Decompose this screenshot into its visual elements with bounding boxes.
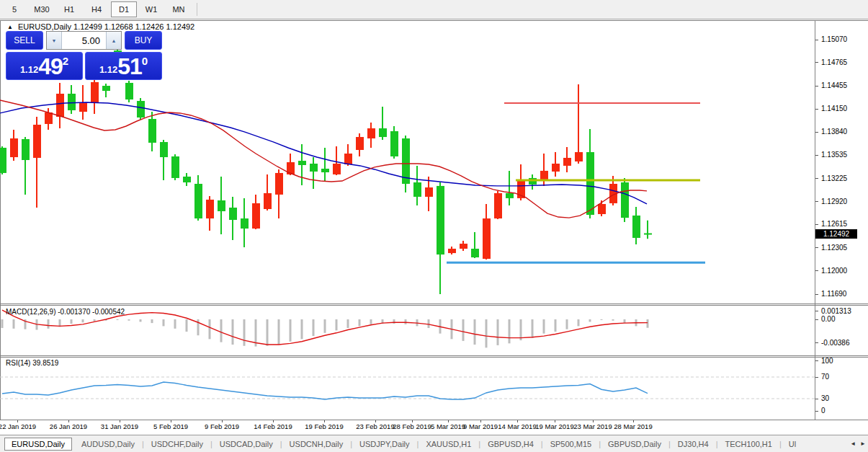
- ask-price-prefix: 1.12: [99, 64, 117, 75]
- price-axis-tick: [815, 86, 818, 87]
- date-axis-label: 31 Jan 2019: [101, 422, 138, 430]
- rsi-axis-tick: [815, 377, 818, 378]
- macd-bar: [509, 319, 511, 343]
- chart-tab-bar: EURUSD,DailyAUDUSD,Daily|USDCHF,Daily|US…: [0, 435, 868, 452]
- macd-bar: [71, 319, 73, 324]
- candle-body: [264, 193, 272, 209]
- candle-body: [56, 94, 64, 117]
- volume-increase-icon[interactable]: ▲: [106, 32, 121, 49]
- chart-tab-gbpusd-h4[interactable]: GBPUSD,H4: [481, 438, 540, 451]
- chart-tab-usdchf-daily[interactable]: USDCHF,Daily: [145, 438, 210, 451]
- macd-axis-label: 0.001313: [821, 307, 851, 315]
- macd-bar: [232, 319, 234, 345]
- macd-bar: [243, 319, 246, 346]
- candle-body: [275, 173, 283, 195]
- candle-body: [506, 193, 514, 198]
- candle-body: [160, 142, 168, 157]
- candle-body: [586, 152, 594, 215]
- candle-body: [437, 186, 444, 254]
- date-axis-label: 9 Feb 2019: [205, 422, 239, 430]
- chart-tab-eurusd-daily[interactable]: EURUSD,Daily: [4, 438, 72, 451]
- mt4-terminal: 5M30H1H4D1W1MN ▲ EURUSD,Daily 1.12499 1.…: [0, 0, 868, 452]
- date-axis-label: 26 Jan 2019: [50, 422, 87, 430]
- candle-body: [310, 164, 318, 172]
- candle-body: [390, 131, 398, 156]
- volume-decrease-icon[interactable]: ▼: [47, 32, 62, 49]
- timeframe-button-d1[interactable]: D1: [111, 1, 137, 17]
- candle-body: [194, 184, 202, 218]
- chart-tab-dj30-h4[interactable]: DJ30,H4: [671, 438, 715, 451]
- timeframe-button-mn[interactable]: MN: [166, 1, 192, 17]
- bid-price-button[interactable]: 1.12 49 2: [6, 52, 83, 80]
- sell-button[interactable]: SELL: [6, 31, 43, 50]
- macd-bar: [278, 319, 280, 345]
- macd-bar: [578, 319, 580, 326]
- candle-body: [471, 249, 479, 257]
- chart-tab-usdcnh-daily[interactable]: USDCNH,Daily: [283, 438, 350, 451]
- date-axis-label: 22 Jan 2019: [0, 422, 36, 430]
- collapse-arrow-icon[interactable]: ▲: [7, 24, 13, 30]
- timeframe-button-h4[interactable]: H4: [84, 1, 109, 17]
- rsi-label: RSI(14) 39.8519: [6, 359, 58, 367]
- volume-input[interactable]: 5.00: [62, 32, 106, 49]
- macd-bar: [94, 319, 96, 322]
- macd-bar: [428, 319, 430, 328]
- macd-bar: [601, 319, 603, 320]
- tabs-scroll-right-icon[interactable]: ►: [860, 440, 866, 447]
- macd-bar: [624, 319, 626, 323]
- price-axis-label: 1.14150: [821, 105, 847, 112]
- chart-tab-ul[interactable]: Ul: [782, 438, 802, 451]
- rsi-indicator-canvas[interactable]: [0, 358, 815, 420]
- candle-body: [298, 161, 306, 165]
- rsi-axis-tick: [815, 399, 818, 399]
- ask-price-button[interactable]: 1.12 51 0: [85, 52, 162, 80]
- tab-separator: |: [280, 440, 282, 448]
- chart-title: ▲ EURUSD,Daily 1.12499 1.12668 1.12426 1…: [7, 22, 194, 31]
- timeframe-button-5[interactable]: 5: [1, 1, 27, 17]
- price-axis-label: 1.14765: [821, 58, 847, 66]
- chart-tab-sp500-m15[interactable]: SP500,M15: [544, 438, 598, 451]
- timeframe-button-h1[interactable]: H1: [56, 1, 82, 17]
- price-axis-label: 1.13225: [821, 174, 847, 182]
- candle-body: [644, 234, 652, 235]
- rsi-axis-tick: [815, 360, 818, 361]
- macd-bar: [301, 319, 303, 339]
- candle-body: [575, 152, 583, 161]
- rsi-axis-label: 30: [821, 394, 829, 402]
- candle-body: [102, 86, 110, 91]
- chart-tab-usdjpy-daily[interactable]: USDJPY,Daily: [353, 438, 416, 451]
- chart-tab-tech100-h1[interactable]: TECH100,H1: [718, 438, 778, 451]
- chart-tab-gbpusd-daily[interactable]: GBPUSD,Daily: [601, 438, 668, 451]
- tab-separator: |: [142, 440, 144, 448]
- buy-button[interactable]: BUY: [125, 31, 162, 50]
- tabs-scroll-left-icon[interactable]: ◄: [850, 440, 856, 447]
- chart-tab-usdcad-daily[interactable]: USDCAD,Daily: [213, 438, 279, 451]
- macd-bar: [82, 319, 84, 322]
- price-axis-tick: [815, 132, 818, 133]
- price-axis-tick: [815, 201, 818, 202]
- price-axis-tick: [815, 294, 818, 295]
- tab-separator: |: [599, 440, 601, 448]
- bid-price-pip: 2: [63, 55, 68, 67]
- timeframe-button-m30[interactable]: M30: [29, 1, 55, 17]
- macd-bar: [186, 319, 188, 332]
- date-axis-label: 28 Feb 2019: [393, 422, 431, 430]
- macd-bar: [220, 319, 223, 342]
- tab-separator: |: [350, 440, 352, 448]
- macd-bar: [589, 319, 591, 322]
- macd-axis-label: -0.00386: [821, 339, 849, 347]
- rsi-axis-label: 100: [821, 357, 833, 365]
- candle-body: [137, 101, 145, 118]
- date-axis-label: 5 Feb 2019: [153, 422, 188, 430]
- chart-tab-audusd-daily[interactable]: AUDUSD,Daily: [75, 438, 141, 451]
- price-axis-label: 1.13840: [821, 128, 847, 136]
- timeframe-button-w1[interactable]: W1: [138, 1, 164, 17]
- price-axis-label: 1.13535: [821, 151, 847, 159]
- rsi-axis-tick: [815, 411, 818, 412]
- date-axis-label: 9 Mar 2019: [463, 422, 498, 430]
- timeframe-toolbar: 5M30H1H4D1W1MN: [0, 0, 868, 19]
- chart-tab-xauusd-h1[interactable]: XAUUSD,H1: [419, 438, 478, 451]
- price-axis-label: 1.12920: [821, 198, 847, 205]
- macd-bar: [128, 319, 130, 321]
- date-axis-label: 19 Feb 2019: [305, 422, 343, 430]
